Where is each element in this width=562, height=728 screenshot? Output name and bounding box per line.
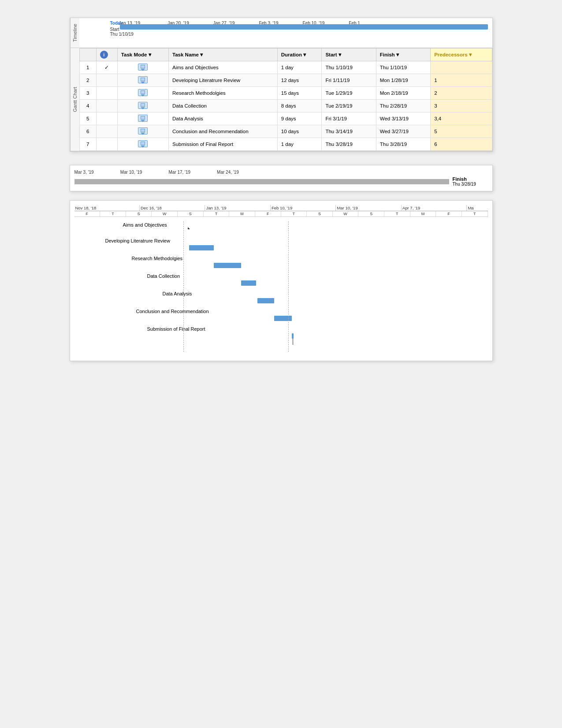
table-row: 7Submission of Final Report1 dayThu 3/28… xyxy=(79,138,492,151)
gantt-task-5-label: Data Analysis xyxy=(163,291,192,296)
day-label: T xyxy=(462,211,488,217)
cell-task-name: Submission of Final Report xyxy=(169,138,278,151)
cell-finish: Wed 3/27/19 xyxy=(376,125,430,138)
timeline-label: Timeline xyxy=(70,18,79,48)
cell-num: 3 xyxy=(79,87,96,100)
gantt-task-1-label: Aims and Objectives xyxy=(123,222,167,228)
cell-check xyxy=(96,87,117,100)
gantt-hdr-date-5: Mar 10, '19 xyxy=(336,205,401,211)
cell-predecessors: 5 xyxy=(431,125,492,138)
gantt-day-labels: FTSWSTMFTSWSTMFT xyxy=(74,211,488,217)
cell-check xyxy=(96,138,117,151)
col-header-num[interactable] xyxy=(79,49,96,61)
gantt-task-4-label: Data Collection xyxy=(147,273,180,279)
gantt-row-5: Data Analysis xyxy=(79,290,488,304)
table-row: 5Data Analysis9 daysFri 3/1/19Wed 3/13/1… xyxy=(79,112,492,125)
task-mode-icon xyxy=(138,89,148,96)
gantt-row-1: Aims and Objectives xyxy=(79,221,488,234)
day-label: W xyxy=(152,211,178,217)
gantt-hdr-date-6: Apr 7, '19 xyxy=(402,205,467,211)
cell-predecessors: 3,4 xyxy=(431,112,492,125)
table-row: 6Conclusion and Recommendation10 daysThu… xyxy=(79,125,492,138)
timeline-section: Timeline Jan 13, '19 Jan 20, '19 Jan 27,… xyxy=(70,18,492,48)
gantt-row-3: Research Methodolgies xyxy=(79,255,488,269)
table-row: 2Developing Literatrure Review12 daysFri… xyxy=(79,74,492,87)
gantt-bar-4 xyxy=(241,280,256,286)
table-row: 3Research Methodolgies15 daysTue 1/29/19… xyxy=(79,87,492,100)
gantt-task-3-label: Research Methodolgies xyxy=(132,256,183,261)
gantt-bar-2 xyxy=(189,245,214,250)
guide-line-1 xyxy=(183,221,184,352)
col-header-duration[interactable]: Duration ▾ xyxy=(277,49,322,61)
cell-check xyxy=(96,100,117,112)
task-mode-icon xyxy=(138,63,148,71)
gantt-connector-1 xyxy=(188,228,190,229)
gantt-chart-container: Timeline Jan 13, '19 Jan 20, '19 Jan 27,… xyxy=(70,18,493,152)
cell-predecessors: 6 xyxy=(431,138,492,151)
gantt-visual-section: Nov 18, '18 Dec 16, '18 Jan 13, '19 Feb … xyxy=(70,200,493,361)
cell-num: 1 xyxy=(79,61,96,74)
cell-mode xyxy=(117,74,168,87)
gantt-task-7-label: Submission of Final Report xyxy=(147,326,205,332)
gantt-bar-3 xyxy=(214,263,241,268)
cell-task-name: Research Methodolgies xyxy=(169,87,278,100)
gantt-visual-header: Nov 18, '18 Dec 16, '18 Jan 13, '19 Feb … xyxy=(74,205,488,211)
timeline-bar xyxy=(120,24,488,30)
cell-mode xyxy=(117,100,168,112)
cell-duration: 10 days xyxy=(277,125,322,138)
gantt-bar-6 xyxy=(274,316,292,321)
cell-predecessors: 2 xyxy=(431,87,492,100)
task-mode-icon xyxy=(138,102,148,109)
col-header-start[interactable]: Start ▾ xyxy=(322,49,376,61)
table-row: 1✓Aims and Objectives1 dayThu 1/10/19Thu… xyxy=(79,61,492,74)
cell-task-name: Data Collection xyxy=(169,100,278,112)
cell-start: Fri 1/11/19 xyxy=(322,74,376,87)
finish-date: Thu 3/28/19 xyxy=(453,182,488,187)
gantt-table: i Task Mode ▾ Task Name ▾ Duration ▾ Sta xyxy=(79,48,492,151)
gantt-row-4: Data Collection xyxy=(79,273,488,287)
gantt-task-6-label: Conclusion and Recommendation xyxy=(136,309,209,314)
col-header-predecessors[interactable]: Predecessors ▾ xyxy=(431,49,492,61)
cell-mode xyxy=(117,61,168,74)
col-header-check: i xyxy=(96,49,117,61)
gantt-hdr-date-3: Jan 13, '19 xyxy=(205,205,270,211)
cell-check: ✓ xyxy=(96,61,117,74)
day-label: S xyxy=(358,211,384,217)
cell-start: Fri 3/1/19 xyxy=(322,112,376,125)
col-header-name[interactable]: Task Name ▾ xyxy=(169,49,278,61)
task-mode-icon xyxy=(138,115,148,122)
cell-num: 4 xyxy=(79,100,96,112)
cell-finish: Thu 2/28/19 xyxy=(376,100,430,112)
day-label: F xyxy=(74,211,100,217)
bottom-date-1: Mar 3, '19 xyxy=(74,170,94,175)
cell-check xyxy=(96,112,117,125)
cell-start: Tue 1/29/19 xyxy=(322,87,376,100)
table-header-row: i Task Mode ▾ Task Name ▾ Duration ▾ Sta xyxy=(79,49,492,61)
cell-finish: Mon 2/18/19 xyxy=(376,87,430,100)
gantt-label: Gantt Chart xyxy=(70,48,79,151)
col-header-finish[interactable]: Finish ▾ xyxy=(376,49,430,61)
day-label: M xyxy=(229,211,255,217)
cell-finish: Thu 3/28/19 xyxy=(376,138,430,151)
cell-mode xyxy=(117,138,168,151)
cell-task-name: Conclusion and Recommendation xyxy=(169,125,278,138)
cell-task-name: Data Analysis xyxy=(169,112,278,125)
cell-finish: Mon 1/28/19 xyxy=(376,74,430,87)
gantt-hdr-date-2: Dec 16, '18 xyxy=(140,205,205,211)
cell-duration: 1 day xyxy=(277,138,322,151)
bottom-section: Mar 3, '19 Mar 10, '19 Mar 17, '19 Mar 2… xyxy=(70,165,493,191)
cell-predecessors xyxy=(431,61,492,74)
finish-label: Finish xyxy=(453,176,488,182)
bottom-progress-bar xyxy=(74,179,449,184)
cell-start: Thu 3/28/19 xyxy=(322,138,376,151)
day-label: W xyxy=(333,211,359,217)
cell-num: 6 xyxy=(79,125,96,138)
cell-predecessors: 3 xyxy=(431,100,492,112)
col-header-mode[interactable]: Task Mode ▾ xyxy=(117,49,168,61)
day-label: T xyxy=(281,211,307,217)
cell-start: Tue 2/19/19 xyxy=(322,100,376,112)
gantt-connector-7 xyxy=(293,339,293,345)
cell-mode xyxy=(117,112,168,125)
cell-task-name: Developing Literatrure Review xyxy=(169,74,278,87)
gantt-bar-7 xyxy=(292,333,294,339)
